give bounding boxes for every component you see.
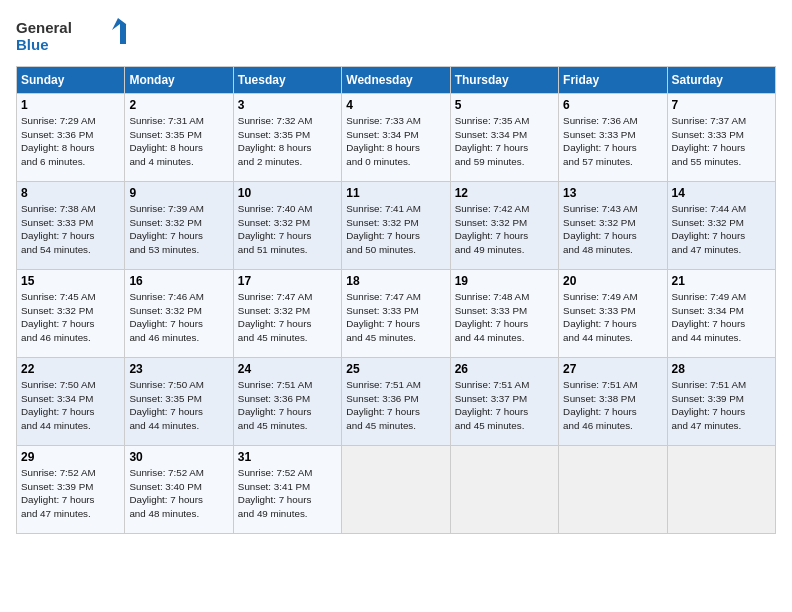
- column-header-tuesday: Tuesday: [233, 67, 341, 94]
- day-cell-20: 20Sunrise: 7:49 AMSunset: 3:33 PMDayligh…: [559, 270, 667, 358]
- day-number: 4: [346, 98, 445, 112]
- day-cell-7: 7Sunrise: 7:37 AMSunset: 3:33 PMDaylight…: [667, 94, 775, 182]
- day-info: Sunrise: 7:50 AMSunset: 3:34 PMDaylight:…: [21, 378, 120, 433]
- day-info: Sunrise: 7:42 AMSunset: 3:32 PMDaylight:…: [455, 202, 554, 257]
- page-header: General Blue: [16, 16, 776, 56]
- day-number: 14: [672, 186, 771, 200]
- day-cell-4: 4Sunrise: 7:33 AMSunset: 3:34 PMDaylight…: [342, 94, 450, 182]
- day-cell-30: 30Sunrise: 7:52 AMSunset: 3:40 PMDayligh…: [125, 446, 233, 534]
- day-cell-1: 1Sunrise: 7:29 AMSunset: 3:36 PMDaylight…: [17, 94, 125, 182]
- day-cell-3: 3Sunrise: 7:32 AMSunset: 3:35 PMDaylight…: [233, 94, 341, 182]
- day-cell-15: 15Sunrise: 7:45 AMSunset: 3:32 PMDayligh…: [17, 270, 125, 358]
- day-number: 27: [563, 362, 662, 376]
- day-cell-29: 29Sunrise: 7:52 AMSunset: 3:39 PMDayligh…: [17, 446, 125, 534]
- day-number: 28: [672, 362, 771, 376]
- day-cell-27: 27Sunrise: 7:51 AMSunset: 3:38 PMDayligh…: [559, 358, 667, 446]
- day-info: Sunrise: 7:49 AMSunset: 3:33 PMDaylight:…: [563, 290, 662, 345]
- day-info: Sunrise: 7:52 AMSunset: 3:39 PMDaylight:…: [21, 466, 120, 521]
- day-info: Sunrise: 7:41 AMSunset: 3:32 PMDaylight:…: [346, 202, 445, 257]
- day-number: 25: [346, 362, 445, 376]
- day-number: 17: [238, 274, 337, 288]
- day-cell-26: 26Sunrise: 7:51 AMSunset: 3:37 PMDayligh…: [450, 358, 558, 446]
- day-number: 22: [21, 362, 120, 376]
- day-number: 24: [238, 362, 337, 376]
- column-header-saturday: Saturday: [667, 67, 775, 94]
- day-info: Sunrise: 7:51 AMSunset: 3:39 PMDaylight:…: [672, 378, 771, 433]
- day-info: Sunrise: 7:38 AMSunset: 3:33 PMDaylight:…: [21, 202, 120, 257]
- day-number: 21: [672, 274, 771, 288]
- calendar-table: SundayMondayTuesdayWednesdayThursdayFrid…: [16, 66, 776, 534]
- day-info: Sunrise: 7:37 AMSunset: 3:33 PMDaylight:…: [672, 114, 771, 169]
- day-info: Sunrise: 7:52 AMSunset: 3:40 PMDaylight:…: [129, 466, 228, 521]
- column-header-thursday: Thursday: [450, 67, 558, 94]
- week-row-4: 22Sunrise: 7:50 AMSunset: 3:34 PMDayligh…: [17, 358, 776, 446]
- column-headers: SundayMondayTuesdayWednesdayThursdayFrid…: [17, 67, 776, 94]
- day-number: 12: [455, 186, 554, 200]
- day-info: Sunrise: 7:47 AMSunset: 3:33 PMDaylight:…: [346, 290, 445, 345]
- day-cell-13: 13Sunrise: 7:43 AMSunset: 3:32 PMDayligh…: [559, 182, 667, 270]
- day-info: Sunrise: 7:39 AMSunset: 3:32 PMDaylight:…: [129, 202, 228, 257]
- day-cell-21: 21Sunrise: 7:49 AMSunset: 3:34 PMDayligh…: [667, 270, 775, 358]
- day-info: Sunrise: 7:36 AMSunset: 3:33 PMDaylight:…: [563, 114, 662, 169]
- day-cell-8: 8Sunrise: 7:38 AMSunset: 3:33 PMDaylight…: [17, 182, 125, 270]
- day-info: Sunrise: 7:46 AMSunset: 3:32 PMDaylight:…: [129, 290, 228, 345]
- day-cell-11: 11Sunrise: 7:41 AMSunset: 3:32 PMDayligh…: [342, 182, 450, 270]
- day-number: 29: [21, 450, 120, 464]
- day-number: 11: [346, 186, 445, 200]
- day-number: 19: [455, 274, 554, 288]
- day-number: 3: [238, 98, 337, 112]
- week-row-1: 1Sunrise: 7:29 AMSunset: 3:36 PMDaylight…: [17, 94, 776, 182]
- day-info: Sunrise: 7:44 AMSunset: 3:32 PMDaylight:…: [672, 202, 771, 257]
- day-cell-10: 10Sunrise: 7:40 AMSunset: 3:32 PMDayligh…: [233, 182, 341, 270]
- day-cell-14: 14Sunrise: 7:44 AMSunset: 3:32 PMDayligh…: [667, 182, 775, 270]
- day-cell-28: 28Sunrise: 7:51 AMSunset: 3:39 PMDayligh…: [667, 358, 775, 446]
- day-info: Sunrise: 7:40 AMSunset: 3:32 PMDaylight:…: [238, 202, 337, 257]
- day-info: Sunrise: 7:29 AMSunset: 3:36 PMDaylight:…: [21, 114, 120, 169]
- day-info: Sunrise: 7:32 AMSunset: 3:35 PMDaylight:…: [238, 114, 337, 169]
- day-number: 8: [21, 186, 120, 200]
- column-header-wednesday: Wednesday: [342, 67, 450, 94]
- day-cell-12: 12Sunrise: 7:42 AMSunset: 3:32 PMDayligh…: [450, 182, 558, 270]
- day-info: Sunrise: 7:43 AMSunset: 3:32 PMDaylight:…: [563, 202, 662, 257]
- day-info: Sunrise: 7:35 AMSunset: 3:34 PMDaylight:…: [455, 114, 554, 169]
- day-cell-18: 18Sunrise: 7:47 AMSunset: 3:33 PMDayligh…: [342, 270, 450, 358]
- day-cell-25: 25Sunrise: 7:51 AMSunset: 3:36 PMDayligh…: [342, 358, 450, 446]
- column-header-sunday: Sunday: [17, 67, 125, 94]
- day-cell-23: 23Sunrise: 7:50 AMSunset: 3:35 PMDayligh…: [125, 358, 233, 446]
- empty-cell: [559, 446, 667, 534]
- day-cell-2: 2Sunrise: 7:31 AMSunset: 3:35 PMDaylight…: [125, 94, 233, 182]
- day-number: 18: [346, 274, 445, 288]
- day-cell-19: 19Sunrise: 7:48 AMSunset: 3:33 PMDayligh…: [450, 270, 558, 358]
- day-number: 1: [21, 98, 120, 112]
- empty-cell: [667, 446, 775, 534]
- day-number: 10: [238, 186, 337, 200]
- day-cell-31: 31Sunrise: 7:52 AMSunset: 3:41 PMDayligh…: [233, 446, 341, 534]
- day-cell-5: 5Sunrise: 7:35 AMSunset: 3:34 PMDaylight…: [450, 94, 558, 182]
- empty-cell: [450, 446, 558, 534]
- logo-svg: General Blue: [16, 16, 136, 56]
- day-info: Sunrise: 7:47 AMSunset: 3:32 PMDaylight:…: [238, 290, 337, 345]
- day-number: 26: [455, 362, 554, 376]
- day-info: Sunrise: 7:48 AMSunset: 3:33 PMDaylight:…: [455, 290, 554, 345]
- day-number: 2: [129, 98, 228, 112]
- day-cell-6: 6Sunrise: 7:36 AMSunset: 3:33 PMDaylight…: [559, 94, 667, 182]
- day-cell-17: 17Sunrise: 7:47 AMSunset: 3:32 PMDayligh…: [233, 270, 341, 358]
- day-number: 5: [455, 98, 554, 112]
- day-number: 16: [129, 274, 228, 288]
- day-cell-16: 16Sunrise: 7:46 AMSunset: 3:32 PMDayligh…: [125, 270, 233, 358]
- column-header-monday: Monday: [125, 67, 233, 94]
- day-info: Sunrise: 7:50 AMSunset: 3:35 PMDaylight:…: [129, 378, 228, 433]
- day-info: Sunrise: 7:51 AMSunset: 3:36 PMDaylight:…: [346, 378, 445, 433]
- day-number: 23: [129, 362, 228, 376]
- day-info: Sunrise: 7:33 AMSunset: 3:34 PMDaylight:…: [346, 114, 445, 169]
- day-info: Sunrise: 7:51 AMSunset: 3:37 PMDaylight:…: [455, 378, 554, 433]
- day-number: 31: [238, 450, 337, 464]
- day-number: 20: [563, 274, 662, 288]
- svg-marker-2: [112, 18, 134, 44]
- logo: General Blue: [16, 16, 136, 56]
- day-info: Sunrise: 7:45 AMSunset: 3:32 PMDaylight:…: [21, 290, 120, 345]
- day-info: Sunrise: 7:51 AMSunset: 3:38 PMDaylight:…: [563, 378, 662, 433]
- day-cell-9: 9Sunrise: 7:39 AMSunset: 3:32 PMDaylight…: [125, 182, 233, 270]
- day-cell-22: 22Sunrise: 7:50 AMSunset: 3:34 PMDayligh…: [17, 358, 125, 446]
- day-number: 30: [129, 450, 228, 464]
